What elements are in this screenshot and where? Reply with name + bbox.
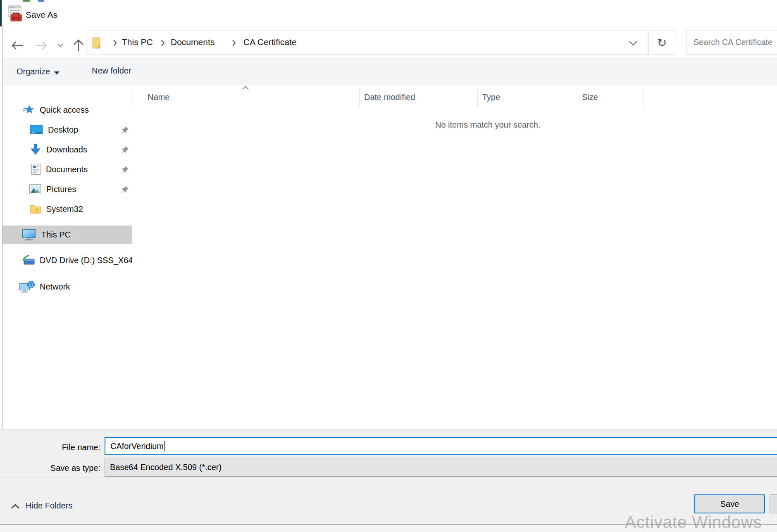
sidebar-item-documents[interactable]: Documents	[2, 160, 132, 178]
pin-icon	[121, 185, 129, 196]
sidebar-item-label: Downloads	[46, 145, 87, 154]
sidebar-item-label: This PC	[41, 230, 71, 240]
sort-ascending-icon	[242, 84, 249, 92]
column-header-date-modified[interactable]: Date modified	[364, 93, 415, 102]
sidebar-item-network[interactable]: Network	[2, 278, 132, 296]
empty-folder-message: No items match your search.	[435, 120, 541, 130]
folder-icon	[30, 204, 41, 214]
column-separator	[359, 89, 360, 107]
breadcrumb-this-pc[interactable]: This PC	[122, 37, 153, 47]
column-separator	[575, 89, 575, 107]
sidebar-item-system32[interactable]: System32	[2, 200, 132, 218]
breadcrumb-chevron-icon	[232, 39, 236, 48]
column-header-size[interactable]: Size	[582, 93, 598, 102]
organize-label: Organize	[17, 67, 50, 76]
folder-icon	[92, 37, 103, 51]
column-separator	[477, 89, 478, 107]
column-separator	[644, 89, 644, 107]
cancel-button-clipped[interactable]	[770, 494, 777, 513]
save-button-label: Save	[720, 499, 739, 509]
dvd-drive-icon	[21, 255, 35, 266]
activate-windows-watermark: Activate Windows	[625, 513, 762, 532]
background-fragment	[38, 0, 44, 2]
breadcrumb-chevron-icon	[113, 39, 117, 48]
search-input[interactable]: Search CA Certificate	[686, 31, 777, 55]
new-folder-label: New folder	[92, 66, 131, 76]
address-dropdown-chevron-icon[interactable]	[629, 40, 638, 48]
up-button[interactable]	[71, 38, 86, 53]
sidebar-item-label: Desktop	[48, 125, 78, 135]
pin-icon	[121, 126, 129, 136]
downloads-icon	[30, 144, 41, 155]
refresh-button[interactable]: ↻	[648, 31, 675, 55]
sidebar-item-desktop[interactable]: Desktop	[2, 121, 132, 139]
this-pc-icon	[21, 228, 36, 241]
organize-button[interactable]: Organize	[17, 66, 60, 77]
refresh-icon: ↻	[657, 36, 667, 50]
sidebar-item-this-pc[interactable]: This PC	[2, 226, 132, 244]
recent-locations-chevron-icon[interactable]	[56, 42, 64, 49]
pictures-icon	[29, 184, 41, 195]
title-bar: Save As	[0, 0, 777, 29]
sidebar-item-dvd-drive[interactable]: DVD Drive (D:) SSS_X64	[2, 251, 132, 269]
forward-button[interactable]	[34, 39, 49, 52]
chevron-up-icon	[11, 504, 20, 509]
background-fragment	[23, 0, 30, 2]
sidebar-item-quick-access[interactable]: Quick access	[2, 101, 132, 119]
command-toolbar: Organize New folder	[2, 58, 777, 85]
hide-folders-label: Hide Folders	[26, 501, 72, 511]
sidebar-item-label: Documents	[46, 165, 88, 174]
navigation-pane: Quick access Desktop Downloads	[2, 85, 132, 429]
desktop-icon	[30, 125, 43, 135]
sidebar-item-label: System32	[46, 204, 83, 214]
save-as-type-select[interactable]: Base64 Encoded X.509 (*.cer)	[105, 458, 777, 477]
column-header-name[interactable]: Name	[148, 93, 169, 102]
sidebar-item-pictures[interactable]: Pictures	[2, 180, 132, 198]
save-as-type-label: Save as type:	[17, 463, 100, 473]
background-fragment	[0, 0, 2, 26]
quick-access-star-icon	[23, 104, 35, 115]
file-name-value: CAforVeridium	[110, 442, 164, 451]
sidebar-item-label: Quick access	[40, 105, 89, 115]
window-title: Save As	[26, 10, 57, 20]
sidebar-item-label: Network	[40, 282, 70, 292]
column-separator	[131, 89, 131, 107]
address-bar[interactable]: This PC Documents CA Certificate	[86, 31, 648, 55]
mmc-console-icon	[7, 5, 24, 24]
save-as-type-value: Base64 Encoded X.509 (*.cer)	[110, 463, 222, 472]
file-name-label: File name:	[25, 443, 100, 452]
pin-icon	[121, 166, 129, 176]
save-button[interactable]: Save	[694, 494, 765, 513]
back-button[interactable]	[10, 39, 25, 52]
file-name-input[interactable]: CAforVeridium	[105, 437, 777, 455]
breadcrumb-ca-certificate[interactable]: CA Certificate	[243, 37, 296, 47]
hide-folders-button[interactable]: Hide Folders	[11, 501, 72, 511]
breadcrumb-chevron-icon	[161, 39, 165, 48]
search-placeholder: Search CA Certificate	[694, 38, 772, 47]
network-icon	[19, 280, 35, 293]
breadcrumb-documents[interactable]: Documents	[171, 37, 215, 47]
column-header-type[interactable]: Type	[482, 93, 500, 102]
sidebar-item-label: DVD Drive (D:) SSS_X64	[40, 256, 132, 265]
sidebar-item-label: Pictures	[46, 185, 76, 194]
documents-icon	[31, 164, 41, 175]
sidebar-item-downloads[interactable]: Downloads	[2, 140, 132, 159]
new-folder-button[interactable]: New folder	[92, 66, 131, 76]
dropdown-triangle-icon	[54, 67, 60, 77]
text-cursor	[164, 441, 165, 451]
pin-icon	[121, 146, 129, 156]
